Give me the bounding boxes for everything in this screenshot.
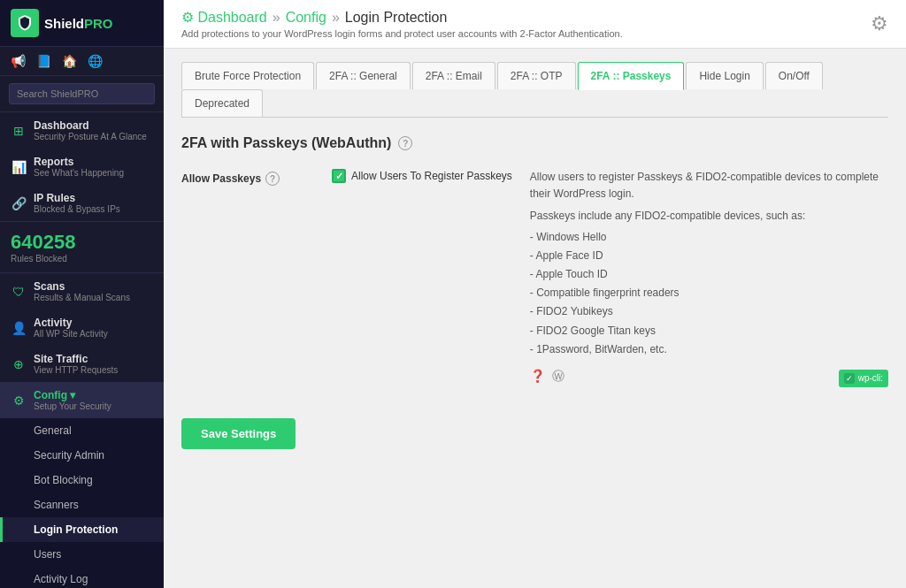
facebook-icon[interactable]: 📘 (36, 54, 51, 68)
sidebar-item-scans[interactable]: 🛡 Scans Results & Manual Scans (0, 273, 164, 309)
device-4: - FIDO2 Yubikeys (530, 303, 888, 320)
logo-text: ShieldPRO (44, 16, 113, 31)
desc-sub: Passkeys include any FIDO2-compatible de… (530, 208, 888, 225)
sidebar-item-ip-rules-title: IP Rules (34, 192, 120, 204)
breadcrumb-dashboard[interactable]: ⚙ Dashboard (181, 9, 267, 26)
sidebar-item-config-subtitle: Setup Your Security (34, 401, 111, 411)
tab-bar: Brute Force Protection 2FA :: General 2F… (181, 62, 888, 118)
desc-main: Allow users to register Passkeys & FIDO2… (530, 169, 888, 202)
device-3: - Compatible fingerprint readers (530, 285, 888, 302)
ip-rules-icon: 🔗 (11, 195, 27, 211)
rules-blocked-number: 640258 (11, 231, 153, 254)
main-content: ⚙ Dashboard » Config » Login Protection … (164, 0, 906, 588)
tab-2fa-email[interactable]: 2FA :: Email (412, 62, 495, 89)
search-input[interactable] (9, 83, 155, 104)
wp-cli-label: wp-cli: (858, 371, 883, 386)
wp-cli-checkbox-icon: ✓ (844, 373, 855, 384)
globe-icon[interactable]: 🌐 (88, 54, 103, 68)
allow-passkeys-row: Allow Passkeys ? Allow Users To Register… (181, 169, 888, 387)
desc-icon-row: ❓ Ⓦ ✓ wp-cli: (530, 365, 888, 387)
config-subitems: General Security Admin Bot Blocking Scan… (0, 418, 164, 588)
wp-cli-badge: ✓ wp-cli: (839, 370, 888, 387)
tab-2fa-general[interactable]: 2FA :: General (316, 62, 411, 89)
allow-passkeys-label: Allow Passkeys ? (181, 169, 314, 186)
page-content: Brute Force Protection 2FA :: General 2F… (164, 49, 906, 588)
site-traffic-icon: ⊕ (11, 356, 27, 372)
tab-hide-login[interactable]: Hide Login (686, 62, 763, 89)
breadcrumb-current: Login Protection (345, 10, 448, 26)
sidebar-subitem-login-protection[interactable]: Login Protection (0, 517, 164, 542)
sidebar-quick-icons: 📢 📘 🏠 🌐 (0, 47, 164, 76)
scans-icon: 🛡 (11, 284, 27, 300)
sidebar-item-dashboard-subtitle: Security Posture At A Glance (34, 132, 147, 141)
sidebar-subitem-general[interactable]: General (0, 418, 164, 443)
sidebar-item-reports-subtitle: See What's Happening (34, 168, 124, 178)
sidebar-search-container (0, 76, 164, 112)
allow-passkeys-checkbox-container: Allow Users To Register Passkeys (332, 169, 512, 183)
sidebar-item-activity-subtitle: All WP Site Activity (34, 329, 108, 339)
sidebar-item-reports-title: Reports (34, 156, 124, 168)
rules-blocked-label: Rules Blocked (11, 254, 153, 263)
logo-icon (11, 9, 39, 37)
rules-blocked-section: 640258 Rules Blocked (0, 221, 164, 273)
wordpress-icon[interactable]: Ⓦ (552, 366, 564, 386)
sidebar-item-dashboard[interactable]: ⊞ Dashboard Security Posture At A Glance (0, 112, 164, 149)
sidebar-subitem-users[interactable]: Users (0, 542, 164, 567)
section-help-icon[interactable]: ? (398, 136, 412, 150)
breadcrumb-sep1: » (273, 10, 280, 26)
dashboard-icon: ⊞ (11, 123, 27, 139)
reports-icon: 📊 (11, 159, 27, 175)
sidebar-logo: ShieldPRO (0, 0, 164, 47)
sidebar-subitem-scanners[interactable]: Scanners (0, 493, 164, 517)
sidebar-item-site-traffic[interactable]: ⊕ Site Traffic View HTTP Requests (0, 346, 164, 382)
question-icon[interactable]: ❓ (530, 366, 545, 386)
sidebar-item-dashboard-title: Dashboard (34, 119, 147, 132)
allow-passkeys-checkbox-label[interactable]: Allow Users To Register Passkeys (332, 169, 512, 183)
breadcrumb-sep2: » (332, 10, 340, 26)
device-2: - Apple Touch ID (530, 266, 888, 283)
breadcrumb-config[interactable]: Config (286, 10, 326, 26)
sidebar-subitem-bot-blocking[interactable]: Bot Blocking (0, 468, 164, 493)
sidebar-item-site-traffic-subtitle: View HTTP Requests (34, 365, 118, 375)
device-5: - FIDO2 Google Titan keys (530, 323, 888, 340)
sidebar-item-reports[interactable]: 📊 Reports See What's Happening (0, 149, 164, 185)
tab-deprecated[interactable]: Deprecated (181, 89, 263, 117)
section-title-text: 2FA with Passkeys (WebAuthn) (181, 135, 391, 151)
allow-passkeys-help-icon[interactable]: ? (265, 172, 280, 186)
activity-icon: 👤 (11, 320, 27, 336)
sidebar: ShieldPRO 📢 📘 🏠 🌐 ⊞ Dashboard Security P… (0, 0, 164, 588)
device-6: - 1Password, BitWarden, etc. (530, 341, 888, 358)
config-icon: ⚙ (11, 393, 27, 409)
save-button[interactable]: Save Settings (181, 418, 296, 449)
sidebar-item-scans-subtitle: Results & Manual Scans (34, 293, 130, 302)
sidebar-item-config-title: Config ▾ (34, 389, 111, 401)
megaphone-icon[interactable]: 📢 (11, 54, 26, 68)
device-list: - Windows Hello - Apple Face ID - Apple … (530, 229, 888, 358)
sidebar-item-config[interactable]: ⚙ Config ▾ Setup Your Security (0, 382, 164, 418)
sidebar-item-scans-title: Scans (34, 280, 130, 293)
device-0: - Windows Hello (530, 229, 888, 246)
sidebar-item-ip-rules-subtitle: Blocked & Bypass IPs (34, 204, 120, 214)
tab-2fa-passkeys[interactable]: 2FA :: Passkeys (578, 62, 685, 90)
tab-2fa-otp[interactable]: 2FA :: OTP (497, 62, 576, 89)
sidebar-item-activity[interactable]: 👤 Activity All WP Site Activity (0, 309, 164, 346)
tab-brute-force[interactable]: Brute Force Protection (181, 62, 314, 89)
sidebar-item-site-traffic-title: Site Traffic (34, 353, 118, 365)
sidebar-subitem-activity-log[interactable]: Activity Log (0, 567, 164, 588)
settings-gear-icon[interactable]: ⚙ (871, 12, 888, 35)
sidebar-nav: ⊞ Dashboard Security Posture At A Glance… (0, 112, 164, 588)
device-1: - Apple Face ID (530, 248, 888, 264)
section-title: 2FA with Passkeys (WebAuthn) ? (181, 135, 888, 151)
page-header: ⚙ Dashboard » Config » Login Protection … (164, 0, 906, 49)
home-icon[interactable]: 🏠 (62, 54, 77, 68)
sidebar-item-ip-rules[interactable]: 🔗 IP Rules Blocked & Bypass IPs (0, 185, 164, 221)
sidebar-subitem-security-admin[interactable]: Security Admin (0, 443, 164, 468)
allow-passkeys-checkbox[interactable] (332, 169, 346, 183)
page-subtitle: Add protections to your WordPress login … (181, 28, 871, 39)
sidebar-item-activity-title: Activity (34, 317, 108, 329)
allow-passkeys-checkbox-text: Allow Users To Register Passkeys (351, 170, 512, 182)
allow-passkeys-description: Allow users to register Passkeys & FIDO2… (530, 169, 888, 387)
tab-on-off[interactable]: On/Off (765, 62, 823, 89)
breadcrumb: ⚙ Dashboard » Config » Login Protection (181, 9, 871, 26)
